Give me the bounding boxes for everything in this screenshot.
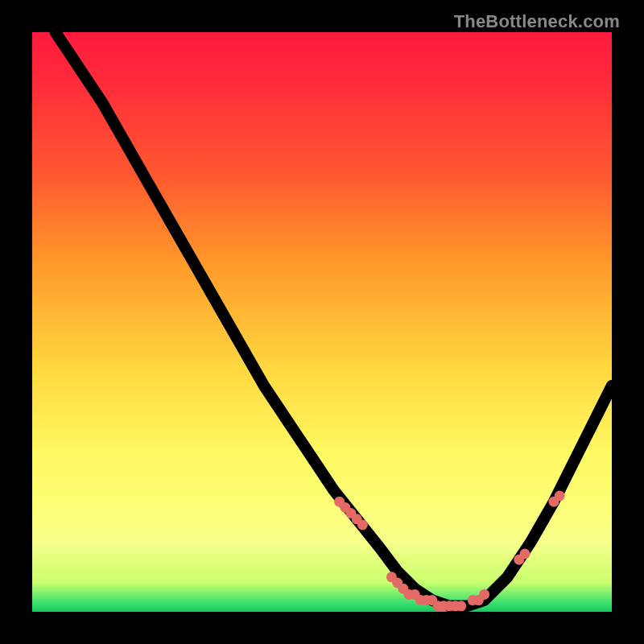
data-point bbox=[357, 520, 368, 530]
watermark-label: TheBottleneck.com bbox=[454, 11, 620, 32]
data-point bbox=[479, 589, 489, 600]
chart-svg bbox=[32, 32, 612, 612]
data-point bbox=[555, 491, 565, 502]
plot-area bbox=[32, 32, 612, 612]
bottleneck-curve bbox=[56, 32, 612, 606]
data-point bbox=[520, 549, 530, 559]
data-point bbox=[456, 601, 466, 611]
chart-container: TheBottleneck.com bbox=[0, 0, 644, 644]
